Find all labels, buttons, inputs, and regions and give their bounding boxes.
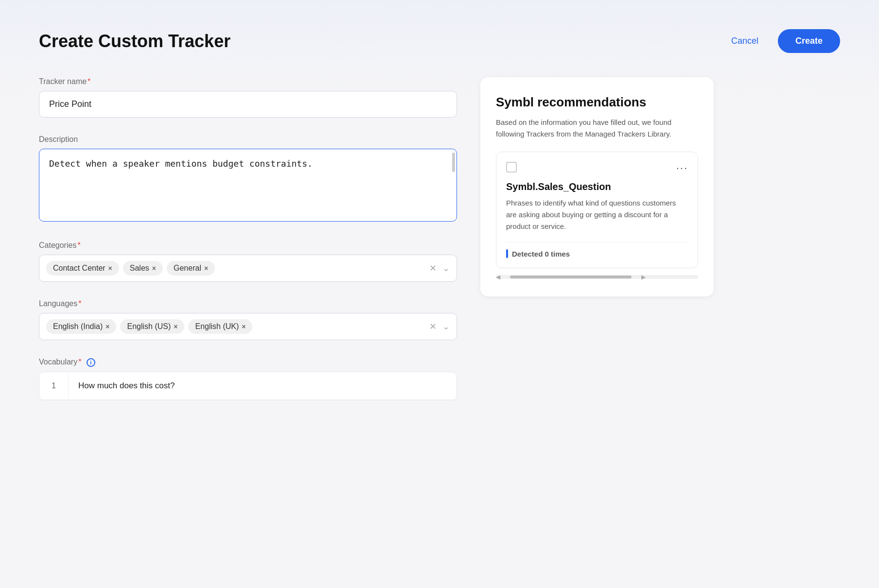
category-tag-sales-remove[interactable]: × [152,265,156,272]
categories-required: * [77,241,80,249]
detected-label: Detected 0 times [512,250,570,258]
scroll-right-arrow[interactable]: ▶ [641,274,646,280]
categories-actions: ✕ ⌄ [429,263,450,274]
languages-input[interactable]: English (India) × English (US) × English… [39,313,457,340]
form-panel: Tracker name* Description Detect when a … [39,77,457,418]
categories-label: Categories* [39,241,457,250]
detected-bar [506,249,508,258]
vocab-num-1: 1 [39,373,69,399]
tracker-name-group: Tracker name* [39,77,457,118]
content-layout: Tracker name* Description Detect when a … [39,77,840,418]
vocab-input-1[interactable] [69,372,457,399]
vocabulary-info-icon[interactable]: i [87,358,95,367]
card-name: Symbl.Sales_Question [506,181,688,192]
language-tag-en-uk: English (UK) × [188,319,252,334]
tracker-name-required: * [88,77,90,86]
category-tag-general-remove[interactable]: × [204,265,208,272]
language-tag-en-in: English (India) × [46,319,116,334]
page-wrapper: Create Custom Tracker Cancel Create Trac… [0,0,879,588]
recommendations-title: Symbl recommendations [496,95,698,110]
tracker-name-label: Tracker name* [39,77,457,86]
category-tag-general-label: General [174,264,201,273]
card-header: ··· [506,162,688,174]
cancel-button[interactable]: Cancel [723,31,766,51]
language-tag-en-uk-label: English (UK) [195,322,239,331]
languages-actions: ✕ ⌄ [429,321,450,332]
page-header: Create Custom Tracker Cancel Create [39,29,840,53]
header-actions: Cancel Create [723,29,840,53]
horizontal-scrollbar[interactable]: ◀ ▶ [496,275,698,279]
languages-label: Languages* [39,299,457,308]
vocab-row-1: 1 [39,372,457,400]
vocabulary-label: Vocabulary* i [39,358,457,367]
categories-input[interactable]: Contact Center × Sales × General × ✕ ⌄ [39,255,457,282]
language-tag-en-uk-remove[interactable]: × [242,323,246,330]
category-tag-cc-label: Contact Center [53,264,105,273]
create-button[interactable]: Create [778,29,840,53]
language-tag-en-us: English (US) × [120,319,184,334]
languages-required: * [78,299,81,308]
languages-clear-icon[interactable]: ✕ [429,321,437,332]
language-tag-en-us-label: English (US) [127,322,171,331]
card-checkbox[interactable] [506,162,517,173]
recommendation-card: ··· Symbl.Sales_Question Phrases to iden… [496,152,698,268]
scrollbar-thumb [452,153,455,172]
category-tag-sales-label: Sales [130,264,149,273]
card-description: Phrases to identify what kind of questio… [506,197,688,232]
tracker-name-input[interactable] [39,91,457,118]
card-menu-icon[interactable]: ··· [676,162,688,174]
categories-dropdown-icon[interactable]: ⌄ [442,263,450,274]
description-textarea[interactable]: Detect when a speaker mentions budget co… [39,149,457,222]
vocabulary-group: Vocabulary* i 1 [39,358,457,400]
category-tag-sales: Sales × [123,261,163,276]
vocabulary-required: * [78,358,81,366]
category-tag-cc: Contact Center × [46,261,119,276]
textarea-wrapper: Detect when a speaker mentions budget co… [39,149,457,224]
recommendations-panel: Symbl recommendations Based on the infor… [480,77,714,296]
categories-group: Categories* Contact Center × Sales × Gen… [39,241,457,282]
category-tag-cc-remove[interactable]: × [108,265,112,272]
languages-group: Languages* English (India) × English (US… [39,299,457,340]
scroll-left-arrow[interactable]: ◀ [496,274,500,280]
categories-clear-icon[interactable]: ✕ [429,263,437,274]
page-title: Create Custom Tracker [39,31,230,52]
category-tag-general: General × [167,261,215,276]
language-tag-en-us-remove[interactable]: × [174,323,177,330]
language-tag-en-in-label: English (India) [53,322,103,331]
recommendations-description: Based on the information you have filled… [496,117,698,140]
scroll-thumb[interactable] [510,276,632,278]
vocabulary-box: 1 [39,372,457,400]
languages-dropdown-icon[interactable]: ⌄ [442,321,450,332]
card-detected: Detected 0 times [506,242,688,258]
language-tag-en-in-remove[interactable]: × [105,323,109,330]
description-group: Description Detect when a speaker mentio… [39,135,457,224]
description-label: Description [39,135,457,144]
